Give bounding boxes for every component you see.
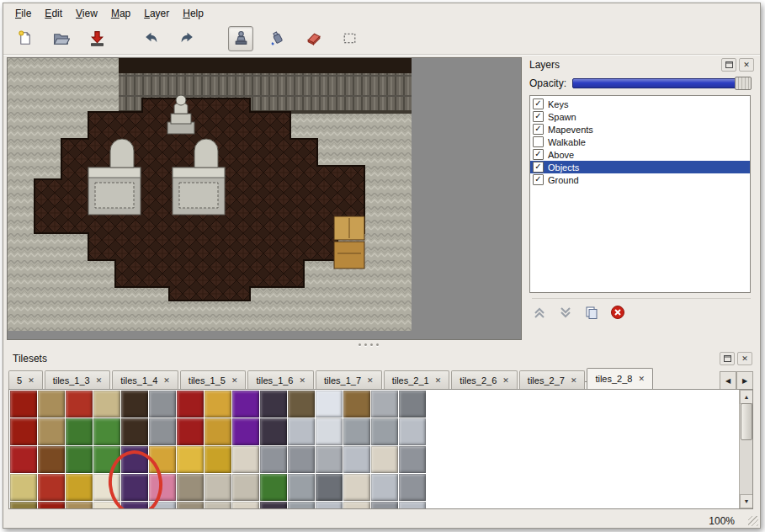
lower-layer-button[interactable] xyxy=(558,306,573,319)
tileset-tile[interactable] xyxy=(66,391,93,418)
tileset-tile[interactable] xyxy=(288,418,315,445)
tab-close-icon[interactable]: ✕ xyxy=(231,376,238,385)
tileset-tab-tiles_1_4[interactable]: tiles_1_4✕ xyxy=(112,370,178,389)
tab-scroll-right-button[interactable]: ▶ xyxy=(736,371,753,391)
menu-item-map[interactable]: Map xyxy=(104,5,137,22)
tileset-tile[interactable] xyxy=(121,446,148,473)
layer-visibility-checkbox[interactable]: ✓ xyxy=(533,124,544,135)
new-file-button[interactable] xyxy=(12,26,37,51)
tileset-tile[interactable] xyxy=(343,502,370,509)
layer-row-walkable[interactable]: Walkable xyxy=(530,136,750,148)
tileset-tile[interactable] xyxy=(93,474,120,501)
tileset-tile[interactable] xyxy=(288,474,315,501)
tileset-tab-tiles_1_5[interactable]: tiles_1_5✕ xyxy=(180,370,247,389)
select-tool-button[interactable] xyxy=(337,26,362,51)
tileset-tile[interactable] xyxy=(316,474,343,501)
tileset-tile[interactable] xyxy=(316,446,343,473)
tileset-tab-5[interactable]: 5✕ xyxy=(8,370,43,389)
fill-tool-button[interactable] xyxy=(264,26,290,51)
tileset-tile[interactable] xyxy=(177,474,204,501)
tileset-tile[interactable] xyxy=(232,391,259,418)
opacity-slider-handle[interactable] xyxy=(735,77,752,90)
layer-row-mapevents[interactable]: ✓Mapevents xyxy=(530,123,750,136)
tileset-tile[interactable] xyxy=(427,502,454,509)
menu-item-view[interactable]: View xyxy=(69,5,104,22)
close-tilesets-button[interactable]: ✕ xyxy=(737,352,752,365)
scrollbar-thumb[interactable] xyxy=(741,403,752,440)
tileset-tile[interactable] xyxy=(66,474,93,501)
tileset-tile[interactable] xyxy=(427,446,454,473)
stamp-tool-button[interactable] xyxy=(228,26,253,51)
tab-scroll-left-button[interactable]: ◀ xyxy=(720,371,736,391)
tileset-tile[interactable] xyxy=(288,391,315,418)
tileset-tile[interactable] xyxy=(93,418,120,445)
tileset-tile[interactable] xyxy=(427,391,454,418)
tileset-tab-tiles_1_6[interactable]: tiles_1_6✕ xyxy=(247,370,314,389)
tileset-tile[interactable] xyxy=(66,446,93,473)
tileset-tile[interactable] xyxy=(399,446,426,473)
tab-close-icon[interactable]: ✕ xyxy=(367,376,374,385)
tab-close-icon[interactable]: ✕ xyxy=(435,376,442,385)
tileset-tab-tiles_1_7[interactable]: tiles_1_7✕ xyxy=(316,370,382,389)
tileset-tile[interactable] xyxy=(10,418,37,445)
tileset-tile[interactable] xyxy=(66,418,93,445)
menu-item-layer[interactable]: Layer xyxy=(137,5,176,22)
tab-close-icon[interactable]: ✕ xyxy=(96,376,103,385)
tileset-tile[interactable] xyxy=(260,474,287,501)
tileset-tile[interactable] xyxy=(121,418,148,445)
tileset-tile[interactable] xyxy=(93,391,120,418)
map-canvas[interactable] xyxy=(8,58,412,331)
tileset-tile[interactable] xyxy=(260,446,287,473)
tileset-tile[interactable] xyxy=(38,391,65,418)
tab-close-icon[interactable]: ✕ xyxy=(28,376,35,385)
layer-row-above[interactable]: ✓Above xyxy=(530,148,750,161)
tileset-tile[interactable] xyxy=(149,474,176,501)
tileset-tab-tiles_2_6[interactable]: tiles_2_6✕ xyxy=(451,370,518,389)
tileset-tile[interactable] xyxy=(205,418,231,445)
tileset-tile[interactable] xyxy=(232,446,259,473)
tileset-tile[interactable] xyxy=(149,502,176,509)
tileset-tile[interactable] xyxy=(177,446,204,473)
resize-grip[interactable] xyxy=(748,516,758,526)
tileset-tile[interactable] xyxy=(399,418,426,445)
tileset-tile[interactable] xyxy=(205,391,231,418)
tileset-tab-tiles_2_8[interactable]: tiles_2_8✕ xyxy=(587,368,653,389)
tileset-tile[interactable] xyxy=(232,474,259,501)
tileset-tile[interactable] xyxy=(66,502,93,509)
tileset-tile[interactable] xyxy=(343,418,370,445)
tileset-tile[interactable] xyxy=(10,446,37,473)
duplicate-layer-button[interactable] xyxy=(584,306,599,320)
tab-close-icon[interactable]: ✕ xyxy=(571,376,577,385)
delete-layer-button[interactable] xyxy=(610,305,625,320)
tileset-tile[interactable] xyxy=(399,474,426,501)
undo-button[interactable] xyxy=(138,26,163,51)
tileset-tile[interactable] xyxy=(343,391,370,418)
float-panel-button[interactable] xyxy=(721,58,736,72)
tileset-tile[interactable] xyxy=(205,474,231,501)
tileset-tab-tiles_1_3[interactable]: tiles_1_3✕ xyxy=(45,370,111,389)
tab-close-icon[interactable]: ✕ xyxy=(300,376,306,385)
tileset-tile[interactable] xyxy=(177,391,204,418)
tileset-tile[interactable] xyxy=(177,502,204,509)
menu-item-file[interactable]: File xyxy=(8,5,38,22)
tileset-tile[interactable] xyxy=(399,502,426,509)
tileset-tile[interactable] xyxy=(427,474,454,501)
close-panel-button[interactable]: ✕ xyxy=(739,58,754,72)
open-folder-button[interactable] xyxy=(48,26,73,51)
layer-visibility-checkbox[interactable]: ✓ xyxy=(533,174,544,185)
layer-visibility-checkbox[interactable]: ✓ xyxy=(533,162,544,173)
menu-item-help[interactable]: Help xyxy=(176,5,210,22)
tileset-tile[interactable] xyxy=(371,391,398,418)
tab-close-icon[interactable]: ✕ xyxy=(163,376,170,385)
layer-visibility-checkbox[interactable]: ✓ xyxy=(533,149,544,160)
tileset-tile[interactable] xyxy=(93,446,120,473)
layer-row-keys[interactable]: ✓Keys xyxy=(530,98,750,110)
tileset-tile[interactable] xyxy=(205,446,231,473)
tileset-tile[interactable] xyxy=(316,502,343,509)
menu-item-edit[interactable]: Edit xyxy=(38,5,69,22)
tileset-tile[interactable] xyxy=(371,446,398,473)
opacity-slider[interactable] xyxy=(572,78,751,88)
tileset-tile[interactable] xyxy=(371,502,398,509)
tileset-tile[interactable] xyxy=(260,391,287,418)
tileset-tile[interactable] xyxy=(177,418,204,445)
